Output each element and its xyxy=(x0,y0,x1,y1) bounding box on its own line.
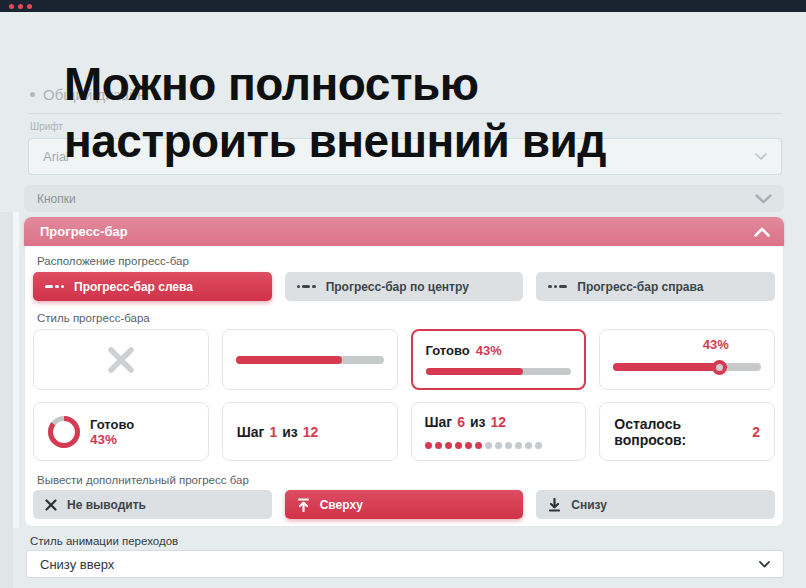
x-icon xyxy=(45,499,57,511)
done-label: Готово xyxy=(426,343,470,358)
placement-center-button[interactable]: Прогресс-бар по центру xyxy=(285,272,524,301)
chevron-down-icon xyxy=(755,194,772,204)
percent-value: 43% xyxy=(90,432,134,447)
extra-bar-top-button[interactable]: Сверху xyxy=(285,490,524,519)
percent-value: 43% xyxy=(703,337,729,352)
style-card-steps[interactable]: Шаг 1 из 12 xyxy=(222,402,398,461)
extra-bar-none-button[interactable]: Не выводить xyxy=(33,490,272,519)
extra-bar-options: Не выводить Сверху Снизу xyxy=(33,490,775,519)
step-total: 12 xyxy=(491,414,507,430)
arrow-up-from-bar-icon xyxy=(297,498,310,512)
x-icon xyxy=(106,345,136,375)
page-left-band xyxy=(0,212,13,588)
step-of-label: из xyxy=(470,414,486,430)
progress-bar xyxy=(236,356,384,364)
page-title: Можно полностью настроить внешний вид xyxy=(64,56,606,170)
bullet-icon xyxy=(30,92,35,97)
settings-page: Общий дизайн Шрифт Arial Можно полностью… xyxy=(0,0,806,588)
placement-center-label: Прогресс-бар по центру xyxy=(326,280,469,294)
progress-ring-icon xyxy=(47,415,81,449)
animation-style-value: Снизу вверх xyxy=(40,557,114,572)
style-card-steps-dots[interactable]: Шаг 6 из 12 xyxy=(411,402,587,461)
style-card-remaining[interactable]: Осталось вопросов: 2 xyxy=(599,402,775,461)
remaining-label: Осталось вопросов: xyxy=(614,416,747,448)
accordion-progressbar-header[interactable]: Прогресс-бар xyxy=(24,217,784,246)
style-card-ring[interactable]: Готово 43% xyxy=(33,402,209,461)
font-field-label: Шрифт xyxy=(30,121,63,132)
extra-bar-bottom-label: Снизу xyxy=(571,498,607,512)
placement-label: Расположение прогресс-бар xyxy=(37,255,189,267)
slider-handle[interactable] xyxy=(712,360,727,375)
style-label: Стиль прогресс-бара xyxy=(37,312,150,324)
extra-bar-bottom-button[interactable]: Снизу xyxy=(536,490,775,519)
arrow-down-to-bar-icon xyxy=(548,498,561,512)
extra-bar-label: Вывести дополнительный прогресс бар xyxy=(37,474,249,486)
percent-value: 43% xyxy=(476,343,502,358)
progress-bar xyxy=(426,368,572,375)
accordion-buttons-label: Кнопки xyxy=(37,192,76,206)
animation-style-select[interactable]: Снизу вверх xyxy=(26,550,784,578)
step-current: 6 xyxy=(457,414,465,430)
progressbar-settings-panel: Расположение прогресс-бар Прогресс-бар с… xyxy=(24,246,784,527)
style-card-plain-bar[interactable] xyxy=(222,329,398,390)
align-left-icon xyxy=(45,285,64,289)
align-center-icon xyxy=(297,285,316,289)
style-card-labeled-bar[interactable]: Готово43% xyxy=(411,329,587,390)
window-dot-icon xyxy=(27,4,32,9)
style-card-slider[interactable]: 43% xyxy=(599,329,775,390)
step-label: Шаг xyxy=(425,414,453,430)
progress-slider xyxy=(613,363,761,371)
style-cards: Готово43% 43% Готов xyxy=(33,329,775,461)
step-label: Шаг xyxy=(237,424,265,440)
style-card-none[interactable] xyxy=(33,329,209,390)
extra-bar-none-label: Не выводить xyxy=(67,498,146,512)
placement-left-label: Прогресс-бар слева xyxy=(74,280,193,294)
step-of-label: из xyxy=(282,424,298,440)
placement-left-button[interactable]: Прогресс-бар слева xyxy=(33,272,272,301)
window-dot-icon xyxy=(18,4,23,9)
page-left-sliver xyxy=(13,212,19,528)
step-total: 12 xyxy=(303,424,319,440)
animation-style-label: Стиль анимации переходов xyxy=(30,535,178,547)
align-right-icon xyxy=(548,285,567,289)
chevron-down-icon xyxy=(755,153,767,160)
step-current: 1 xyxy=(269,424,277,440)
remaining-value: 2 xyxy=(752,424,760,440)
placement-right-button[interactable]: Прогресс-бар справа xyxy=(536,272,775,301)
extra-bar-top-label: Сверху xyxy=(320,498,363,512)
placement-options: Прогресс-бар слева Прогресс-бар по центр… xyxy=(33,272,775,301)
chevron-down-icon xyxy=(759,561,770,568)
accordion-buttons[interactable]: Кнопки xyxy=(24,185,784,212)
window-titlebar xyxy=(0,0,806,12)
window-dot-icon xyxy=(9,4,14,9)
done-label: Готово xyxy=(90,417,134,432)
accordion-progressbar-label: Прогресс-бар xyxy=(40,224,128,239)
placement-right-label: Прогресс-бар справа xyxy=(577,280,703,294)
chevron-up-icon xyxy=(754,227,770,237)
step-dots xyxy=(425,442,542,449)
